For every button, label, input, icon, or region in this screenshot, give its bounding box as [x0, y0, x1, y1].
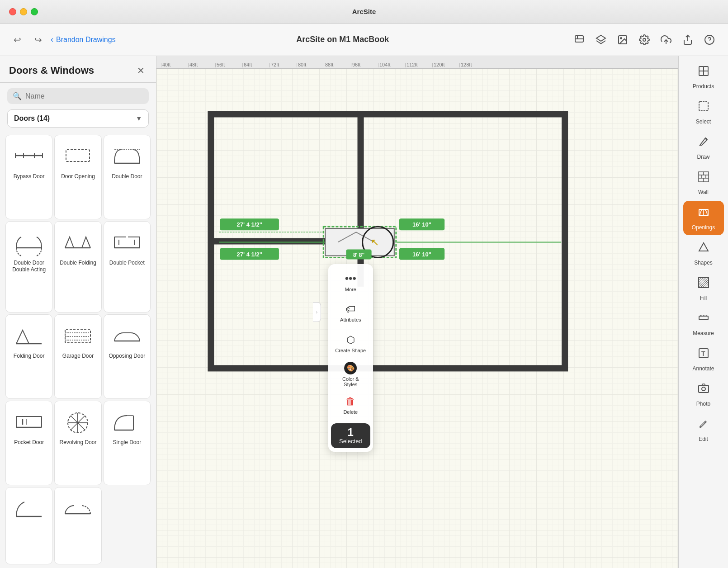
double-folding-label: Double Folding [60, 260, 96, 267]
toolbar-center: ArcSite on M1 MacBook [116, 35, 570, 44]
svg-point-5 [620, 38, 622, 39]
door-item-single[interactable]: Single Door [104, 401, 151, 485]
panel-close-button[interactable]: ✕ [134, 64, 147, 77]
redo-button[interactable]: ↪ [30, 32, 46, 48]
sidebar-tool-draw[interactable]: Draw [683, 130, 724, 165]
sidebar-tool-edit[interactable]: Edit [683, 412, 724, 447]
single-door-label: Single Door [113, 439, 141, 446]
maximize-button[interactable] [31, 8, 38, 15]
right-sidebar: Products Select Draw [678, 56, 728, 568]
door-opening-icon [60, 140, 96, 171]
ruler-mark-88: 88ft [324, 63, 351, 67]
color-styles-icon: 🎨 [344, 362, 357, 374]
door-item-bypass[interactable]: Bypass Door [5, 135, 52, 219]
sidebar-tool-shapes[interactable]: Shapes [683, 236, 724, 270]
attributes-icon: 🏷 [345, 303, 355, 315]
attributes-button[interactable]: 🏷 Attributes [335, 298, 366, 327]
collapse-handle[interactable]: › [313, 302, 321, 322]
settings-icon-btn[interactable] [635, 30, 654, 49]
svg-text:↖: ↖ [371, 237, 379, 248]
panel-header: Doors & Windows ✕ [0, 56, 156, 83]
ruler-mark-120: 120ft [432, 63, 459, 67]
sidebar-tool-photo[interactable]: Photo [683, 377, 724, 412]
titlebar: ArcSite [0, 0, 728, 24]
double-door-icon [109, 140, 145, 171]
color-styles-label: Color & Styles [335, 376, 366, 387]
help-icon-btn[interactable] [700, 30, 719, 49]
door-item-double-pocket[interactable]: Double Pocket [104, 221, 151, 312]
folding-door-label: Folding Door [14, 353, 45, 360]
door-item-double-folding[interactable]: Double Folding [54, 221, 101, 312]
ruler-mark-112: 112ft [405, 63, 432, 67]
svg-text:27' 4 1/2": 27' 4 1/2" [237, 221, 262, 228]
sidebar-tool-fill[interactable]: Fill [683, 271, 724, 306]
back-button[interactable]: ‹ Brandon Drawings [51, 35, 116, 44]
draw-label: Draw [697, 154, 709, 160]
shapes-label: Shapes [694, 260, 713, 266]
ruler-mark-96: 96ft [351, 63, 378, 67]
share-icon-btn[interactable] [678, 30, 697, 49]
minimize-button[interactable] [20, 8, 27, 15]
delete-button[interactable]: 🗑 Delete [335, 391, 366, 420]
selected-label: Selected [339, 438, 362, 445]
door-item-revolving[interactable]: Revolving Door [54, 401, 101, 485]
cloud-icon-btn[interactable] [657, 30, 676, 49]
measure-label: Measure [693, 330, 714, 336]
opposing-door-label: Opposing Door [109, 353, 145, 360]
openings-icon [697, 206, 710, 222]
sidebar-tool-wall[interactable]: Wall [683, 166, 724, 200]
category-label: Doors (14) [14, 114, 50, 123]
ruler-mark-128: 128ft [459, 63, 487, 67]
ruler-mark-64: 64ft [242, 63, 269, 67]
select-label: Select [696, 118, 711, 125]
door-item-garage[interactable]: Garage Door [54, 314, 101, 399]
close-button[interactable] [9, 8, 16, 15]
door-item-partial1[interactable] [5, 487, 52, 564]
layers-icon-btn[interactable] [591, 30, 610, 49]
door-item-opposing[interactable]: Opposing Door [104, 314, 151, 399]
photo-label: Photo [696, 401, 710, 407]
create-shape-icon: ⬡ [346, 334, 355, 346]
search-input[interactable] [25, 92, 143, 100]
svg-text:16' 10": 16' 10" [412, 251, 431, 258]
door-item-folding[interactable]: Folding Door [5, 314, 52, 399]
ruler-mark-48: 48ft [188, 63, 215, 67]
main-layout: Doors & Windows ✕ 🔍 Doors (14) ▼ [0, 56, 728, 568]
doors-grid: Bypass Door Door Opening [0, 131, 156, 568]
door-item-pocket[interactable]: Pocket Door [5, 401, 52, 485]
category-dropdown[interactable]: Doors (14) ▼ [7, 109, 149, 128]
float-toolbar: ••• More 🏷 Attributes ⬡ Create Shape 🎨 C… [328, 264, 373, 452]
sidebar-tool-openings[interactable]: Openings [683, 201, 724, 235]
svg-rect-79 [704, 71, 708, 76]
select-icon [697, 100, 710, 116]
undo-button[interactable]: ↩ [9, 32, 25, 48]
double-pocket-icon [109, 226, 145, 258]
image-icon-btn[interactable] [613, 30, 632, 49]
sidebar-tool-annotate[interactable]: T Annotate [683, 342, 724, 376]
back-label: Brandon Drawings [56, 36, 116, 44]
edit-icon-btn[interactable] [570, 30, 589, 49]
door-item-partial2[interactable] [54, 487, 101, 564]
sidebar-tool-products[interactable]: Products [683, 60, 724, 94]
measure-icon [697, 312, 710, 327]
svg-rect-16 [66, 150, 90, 161]
sidebar-tool-measure[interactable]: Measure [683, 307, 724, 341]
svg-line-105 [700, 426, 701, 427]
sidebar-tool-select[interactable]: Select [683, 95, 724, 129]
ruler-mark-72: 72ft [269, 63, 297, 67]
pocket-door-icon [11, 406, 47, 437]
double-door-acting-icon [11, 226, 47, 258]
document-title: ArcSite on M1 MacBook [296, 35, 389, 44]
app-title: ArcSite [352, 8, 376, 15]
openings-label: Openings [692, 224, 715, 231]
door-item-double-acting[interactable]: Double Door Double Acting [5, 221, 52, 312]
svg-rect-78 [699, 71, 704, 76]
shapes-icon [697, 241, 710, 257]
canvas-area[interactable]: 40ft 48ft 56ft 64ft 72ft 80ft 88ft 96ft … [156, 56, 678, 568]
more-button[interactable]: ••• More [335, 268, 366, 297]
selected-badge: 1 Selected [331, 423, 370, 448]
color-styles-button[interactable]: 🎨 Color & Styles [335, 360, 366, 389]
door-item-opening[interactable]: Door Opening [54, 135, 101, 219]
door-item-double[interactable]: Double Door [104, 135, 151, 219]
create-shape-button[interactable]: ⬡ Create Shape [335, 329, 366, 358]
